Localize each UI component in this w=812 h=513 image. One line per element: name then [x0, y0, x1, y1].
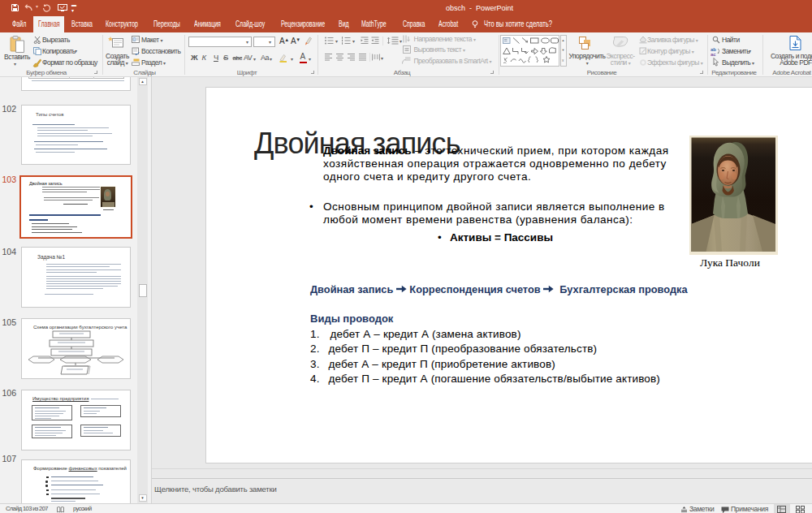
svg-text:ac: ac [710, 52, 716, 56]
svg-text:Схема организации бухгалтерско: Схема организации бухгалтерского учета [33, 325, 127, 330]
svg-text:ab: ab [710, 47, 716, 52]
